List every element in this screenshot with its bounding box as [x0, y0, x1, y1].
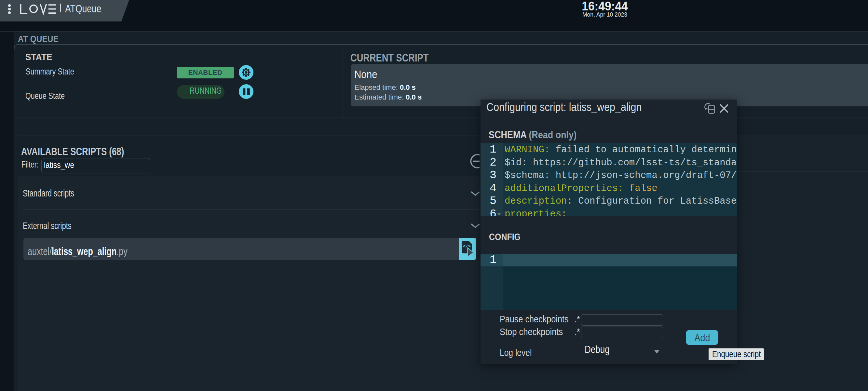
svg-text:</>: </>	[463, 244, 471, 249]
